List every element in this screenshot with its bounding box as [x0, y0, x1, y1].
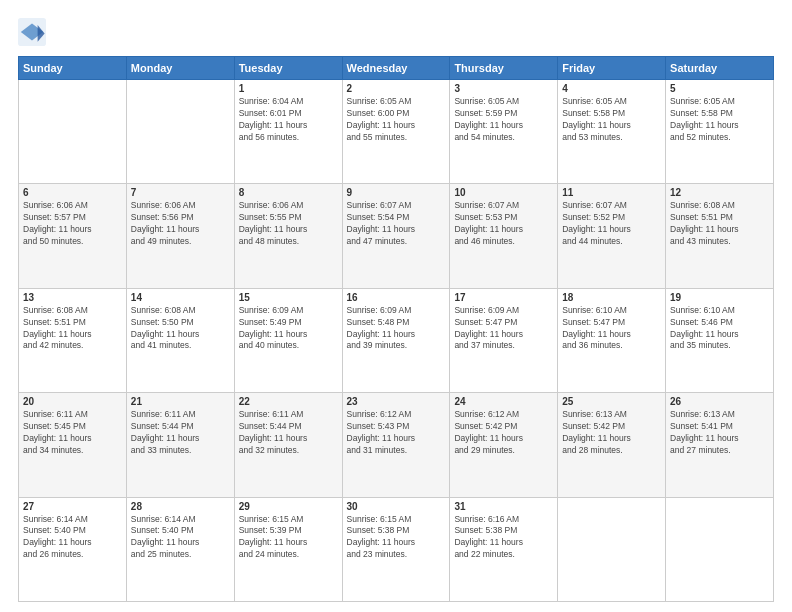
- day-number: 12: [670, 187, 769, 198]
- day-number: 1: [239, 83, 338, 94]
- day-info: Sunrise: 6:15 AM Sunset: 5:39 PM Dayligh…: [239, 514, 338, 562]
- weekday-header: Saturday: [666, 57, 774, 80]
- weekday-header-row: SundayMondayTuesdayWednesdayThursdayFrid…: [19, 57, 774, 80]
- calendar-cell: 28Sunrise: 6:14 AM Sunset: 5:40 PM Dayli…: [126, 497, 234, 601]
- day-info: Sunrise: 6:15 AM Sunset: 5:38 PM Dayligh…: [347, 514, 446, 562]
- day-number: 29: [239, 501, 338, 512]
- day-number: 6: [23, 187, 122, 198]
- day-number: 15: [239, 292, 338, 303]
- day-info: Sunrise: 6:05 AM Sunset: 5:58 PM Dayligh…: [670, 96, 769, 144]
- day-number: 31: [454, 501, 553, 512]
- day-info: Sunrise: 6:08 AM Sunset: 5:51 PM Dayligh…: [23, 305, 122, 353]
- day-number: 17: [454, 292, 553, 303]
- calendar-cell: 7Sunrise: 6:06 AM Sunset: 5:56 PM Daylig…: [126, 184, 234, 288]
- day-info: Sunrise: 6:12 AM Sunset: 5:42 PM Dayligh…: [454, 409, 553, 457]
- day-info: Sunrise: 6:09 AM Sunset: 5:48 PM Dayligh…: [347, 305, 446, 353]
- calendar-cell: 22Sunrise: 6:11 AM Sunset: 5:44 PM Dayli…: [234, 393, 342, 497]
- day-number: 10: [454, 187, 553, 198]
- day-number: 19: [670, 292, 769, 303]
- day-number: 11: [562, 187, 661, 198]
- day-info: Sunrise: 6:04 AM Sunset: 6:01 PM Dayligh…: [239, 96, 338, 144]
- calendar-cell: 20Sunrise: 6:11 AM Sunset: 5:45 PM Dayli…: [19, 393, 127, 497]
- calendar-cell: 11Sunrise: 6:07 AM Sunset: 5:52 PM Dayli…: [558, 184, 666, 288]
- calendar-week-row: 20Sunrise: 6:11 AM Sunset: 5:45 PM Dayli…: [19, 393, 774, 497]
- weekday-header: Wednesday: [342, 57, 450, 80]
- day-info: Sunrise: 6:05 AM Sunset: 5:58 PM Dayligh…: [562, 96, 661, 144]
- calendar-cell: 29Sunrise: 6:15 AM Sunset: 5:39 PM Dayli…: [234, 497, 342, 601]
- day-number: 4: [562, 83, 661, 94]
- day-info: Sunrise: 6:06 AM Sunset: 5:57 PM Dayligh…: [23, 200, 122, 248]
- calendar-cell: 30Sunrise: 6:15 AM Sunset: 5:38 PM Dayli…: [342, 497, 450, 601]
- day-info: Sunrise: 6:05 AM Sunset: 6:00 PM Dayligh…: [347, 96, 446, 144]
- calendar-cell: 17Sunrise: 6:09 AM Sunset: 5:47 PM Dayli…: [450, 288, 558, 392]
- calendar-cell: 5Sunrise: 6:05 AM Sunset: 5:58 PM Daylig…: [666, 80, 774, 184]
- calendar-cell: 25Sunrise: 6:13 AM Sunset: 5:42 PM Dayli…: [558, 393, 666, 497]
- calendar-cell: 6Sunrise: 6:06 AM Sunset: 5:57 PM Daylig…: [19, 184, 127, 288]
- day-info: Sunrise: 6:11 AM Sunset: 5:45 PM Dayligh…: [23, 409, 122, 457]
- calendar-cell: 24Sunrise: 6:12 AM Sunset: 5:42 PM Dayli…: [450, 393, 558, 497]
- day-info: Sunrise: 6:11 AM Sunset: 5:44 PM Dayligh…: [239, 409, 338, 457]
- day-info: Sunrise: 6:13 AM Sunset: 5:41 PM Dayligh…: [670, 409, 769, 457]
- weekday-header: Tuesday: [234, 57, 342, 80]
- day-info: Sunrise: 6:14 AM Sunset: 5:40 PM Dayligh…: [23, 514, 122, 562]
- day-info: Sunrise: 6:08 AM Sunset: 5:50 PM Dayligh…: [131, 305, 230, 353]
- day-number: 22: [239, 396, 338, 407]
- logo: [18, 18, 50, 46]
- calendar-week-row: 27Sunrise: 6:14 AM Sunset: 5:40 PM Dayli…: [19, 497, 774, 601]
- header: [18, 18, 774, 46]
- calendar-cell: 31Sunrise: 6:16 AM Sunset: 5:38 PM Dayli…: [450, 497, 558, 601]
- day-number: 3: [454, 83, 553, 94]
- calendar-cell: 27Sunrise: 6:14 AM Sunset: 5:40 PM Dayli…: [19, 497, 127, 601]
- calendar-cell: [126, 80, 234, 184]
- weekday-header: Friday: [558, 57, 666, 80]
- weekday-header: Thursday: [450, 57, 558, 80]
- calendar-cell: 21Sunrise: 6:11 AM Sunset: 5:44 PM Dayli…: [126, 393, 234, 497]
- day-info: Sunrise: 6:06 AM Sunset: 5:55 PM Dayligh…: [239, 200, 338, 248]
- day-info: Sunrise: 6:05 AM Sunset: 5:59 PM Dayligh…: [454, 96, 553, 144]
- day-number: 28: [131, 501, 230, 512]
- calendar-cell: 3Sunrise: 6:05 AM Sunset: 5:59 PM Daylig…: [450, 80, 558, 184]
- day-number: 20: [23, 396, 122, 407]
- calendar-cell: 1Sunrise: 6:04 AM Sunset: 6:01 PM Daylig…: [234, 80, 342, 184]
- calendar-week-row: 6Sunrise: 6:06 AM Sunset: 5:57 PM Daylig…: [19, 184, 774, 288]
- day-number: 13: [23, 292, 122, 303]
- day-number: 14: [131, 292, 230, 303]
- day-number: 24: [454, 396, 553, 407]
- calendar-cell: [19, 80, 127, 184]
- day-number: 18: [562, 292, 661, 303]
- day-info: Sunrise: 6:16 AM Sunset: 5:38 PM Dayligh…: [454, 514, 553, 562]
- day-number: 2: [347, 83, 446, 94]
- calendar-cell: 14Sunrise: 6:08 AM Sunset: 5:50 PM Dayli…: [126, 288, 234, 392]
- weekday-header: Monday: [126, 57, 234, 80]
- calendar-cell: 12Sunrise: 6:08 AM Sunset: 5:51 PM Dayli…: [666, 184, 774, 288]
- calendar-cell: 9Sunrise: 6:07 AM Sunset: 5:54 PM Daylig…: [342, 184, 450, 288]
- day-number: 16: [347, 292, 446, 303]
- day-number: 7: [131, 187, 230, 198]
- day-info: Sunrise: 6:13 AM Sunset: 5:42 PM Dayligh…: [562, 409, 661, 457]
- day-info: Sunrise: 6:12 AM Sunset: 5:43 PM Dayligh…: [347, 409, 446, 457]
- page: SundayMondayTuesdayWednesdayThursdayFrid…: [0, 0, 792, 612]
- calendar-week-row: 13Sunrise: 6:08 AM Sunset: 5:51 PM Dayli…: [19, 288, 774, 392]
- calendar-cell: 13Sunrise: 6:08 AM Sunset: 5:51 PM Dayli…: [19, 288, 127, 392]
- day-info: Sunrise: 6:09 AM Sunset: 5:49 PM Dayligh…: [239, 305, 338, 353]
- day-number: 30: [347, 501, 446, 512]
- day-number: 27: [23, 501, 122, 512]
- calendar-cell: [666, 497, 774, 601]
- weekday-header: Sunday: [19, 57, 127, 80]
- day-number: 26: [670, 396, 769, 407]
- day-info: Sunrise: 6:11 AM Sunset: 5:44 PM Dayligh…: [131, 409, 230, 457]
- calendar-cell: 19Sunrise: 6:10 AM Sunset: 5:46 PM Dayli…: [666, 288, 774, 392]
- day-number: 5: [670, 83, 769, 94]
- calendar-cell: 23Sunrise: 6:12 AM Sunset: 5:43 PM Dayli…: [342, 393, 450, 497]
- day-number: 23: [347, 396, 446, 407]
- day-info: Sunrise: 6:10 AM Sunset: 5:47 PM Dayligh…: [562, 305, 661, 353]
- day-info: Sunrise: 6:08 AM Sunset: 5:51 PM Dayligh…: [670, 200, 769, 248]
- calendar-cell: 8Sunrise: 6:06 AM Sunset: 5:55 PM Daylig…: [234, 184, 342, 288]
- calendar-week-row: 1Sunrise: 6:04 AM Sunset: 6:01 PM Daylig…: [19, 80, 774, 184]
- calendar-cell: [558, 497, 666, 601]
- day-info: Sunrise: 6:06 AM Sunset: 5:56 PM Dayligh…: [131, 200, 230, 248]
- calendar-table: SundayMondayTuesdayWednesdayThursdayFrid…: [18, 56, 774, 602]
- calendar-cell: 10Sunrise: 6:07 AM Sunset: 5:53 PM Dayli…: [450, 184, 558, 288]
- calendar-cell: 26Sunrise: 6:13 AM Sunset: 5:41 PM Dayli…: [666, 393, 774, 497]
- day-number: 25: [562, 396, 661, 407]
